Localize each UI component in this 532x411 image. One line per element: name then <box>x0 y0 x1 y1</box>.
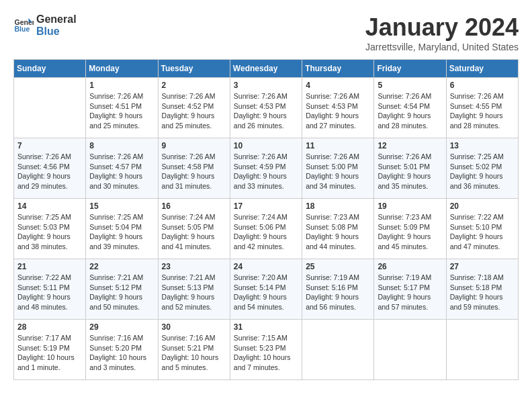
calendar-cell <box>14 78 86 138</box>
day-number: 11 <box>306 141 370 150</box>
calendar-cell: 9 Sunrise: 7:26 AM Sunset: 4:58 PM Dayli… <box>158 138 230 199</box>
daylight: Daylight: 9 hours and 27 minutes. <box>306 111 370 130</box>
day-info: Sunrise: 7:26 AM Sunset: 4:51 PM Dayligh… <box>89 91 154 131</box>
day-info: Sunrise: 7:23 AM Sunset: 5:09 PM Dayligh… <box>378 212 442 252</box>
calendar-cell: 30 Sunrise: 7:16 AM Sunset: 5:21 PM Dayl… <box>158 320 230 380</box>
day-number: 30 <box>162 322 226 332</box>
sunrise: Sunrise: 7:26 AM <box>162 152 226 162</box>
calendar-cell: 28 Sunrise: 7:17 AM Sunset: 5:19 PM Dayl… <box>14 320 86 380</box>
calendar-week-row: 21 Sunrise: 7:22 AM Sunset: 5:11 PM Dayl… <box>14 259 519 320</box>
calendar-cell: 7 Sunrise: 7:26 AM Sunset: 4:56 PM Dayli… <box>14 138 86 199</box>
sunrise: Sunrise: 7:18 AM <box>450 273 515 283</box>
calendar-cell: 18 Sunrise: 7:23 AM Sunset: 5:08 PM Dayl… <box>302 199 374 259</box>
calendar-week-row: 14 Sunrise: 7:25 AM Sunset: 5:03 PM Dayl… <box>14 199 519 259</box>
calendar-cell: 2 Sunrise: 7:26 AM Sunset: 4:52 PM Dayli… <box>158 78 230 138</box>
calendar-cell: 24 Sunrise: 7:20 AM Sunset: 5:14 PM Dayl… <box>230 259 302 320</box>
day-info: Sunrise: 7:22 AM Sunset: 5:11 PM Dayligh… <box>17 273 82 312</box>
sunrise: Sunrise: 7:19 AM <box>378 273 442 283</box>
day-number: 23 <box>162 262 226 271</box>
daylight: Daylight: 9 hours and 29 minutes. <box>17 171 82 191</box>
daylight: Daylight: 10 hours and 5 minutes. <box>162 353 226 372</box>
sunrise: Sunrise: 7:23 AM <box>378 212 442 222</box>
day-number: 24 <box>234 262 298 271</box>
calendar-cell: 22 Sunrise: 7:21 AM Sunset: 5:12 PM Dayl… <box>86 259 158 320</box>
calendar-header-saturday: Saturday <box>446 60 518 78</box>
sunrise: Sunrise: 7:26 AM <box>306 91 370 101</box>
calendar-cell: 5 Sunrise: 7:26 AM Sunset: 4:54 PM Dayli… <box>374 78 446 138</box>
day-number: 2 <box>162 81 226 90</box>
sunset: Sunset: 5:04 PM <box>89 222 154 232</box>
calendar-cell: 6 Sunrise: 7:26 AM Sunset: 4:55 PM Dayli… <box>446 78 518 138</box>
sunrise: Sunrise: 7:26 AM <box>378 91 442 101</box>
day-info: Sunrise: 7:16 AM Sunset: 5:21 PM Dayligh… <box>162 333 226 373</box>
sunrise: Sunrise: 7:22 AM <box>450 212 515 222</box>
daylight: Daylight: 9 hours and 44 minutes. <box>306 232 370 251</box>
day-number: 31 <box>234 322 298 332</box>
day-info: Sunrise: 7:16 AM Sunset: 5:20 PM Dayligh… <box>89 333 154 373</box>
calendar-cell: 14 Sunrise: 7:25 AM Sunset: 5:03 PM Dayl… <box>14 199 86 259</box>
daylight: Daylight: 9 hours and 41 minutes. <box>162 232 226 251</box>
daylight: Daylight: 9 hours and 36 minutes. <box>450 171 515 191</box>
sunset: Sunset: 4:53 PM <box>234 101 298 111</box>
day-info: Sunrise: 7:22 AM Sunset: 5:10 PM Dayligh… <box>450 212 515 252</box>
day-number: 7 <box>17 141 82 150</box>
calendar-cell: 31 Sunrise: 7:15 AM Sunset: 5:23 PM Dayl… <box>230 320 302 380</box>
logo-icon: General Blue <box>13 15 34 36</box>
day-info: Sunrise: 7:26 AM Sunset: 4:59 PM Dayligh… <box>234 152 298 191</box>
daylight: Daylight: 10 hours and 7 minutes. <box>234 353 298 372</box>
sunrise: Sunrise: 7:26 AM <box>17 152 82 162</box>
sunset: Sunset: 5:09 PM <box>378 222 442 232</box>
title-section: January 2024 Jarrettsville, Maryland, Un… <box>365 13 519 52</box>
sunrise: Sunrise: 7:24 AM <box>234 212 298 222</box>
daylight: Daylight: 10 hours and 1 minute. <box>17 353 82 372</box>
day-number: 1 <box>89 81 154 90</box>
sunset: Sunset: 5:21 PM <box>162 343 226 353</box>
calendar-cell: 25 Sunrise: 7:19 AM Sunset: 5:16 PM Dayl… <box>302 259 374 320</box>
sunrise: Sunrise: 7:26 AM <box>234 91 298 101</box>
sunset: Sunset: 4:51 PM <box>89 101 154 111</box>
day-info: Sunrise: 7:26 AM Sunset: 4:56 PM Dayligh… <box>17 152 82 191</box>
sunset: Sunset: 5:23 PM <box>234 343 298 353</box>
sunrise: Sunrise: 7:20 AM <box>234 273 298 283</box>
daylight: Daylight: 9 hours and 47 minutes. <box>450 232 515 251</box>
daylight: Daylight: 9 hours and 54 minutes. <box>234 292 298 312</box>
calendar-header-friday: Friday <box>374 60 446 78</box>
daylight: Daylight: 9 hours and 57 minutes. <box>378 292 442 312</box>
sunset: Sunset: 5:19 PM <box>17 343 82 353</box>
page-header: General Blue General Blue January 2024 J… <box>13 13 519 52</box>
calendar-cell: 12 Sunrise: 7:26 AM Sunset: 5:01 PM Dayl… <box>374 138 446 199</box>
day-info: Sunrise: 7:25 AM Sunset: 5:03 PM Dayligh… <box>17 212 82 252</box>
day-number: 22 <box>89 262 154 271</box>
day-info: Sunrise: 7:21 AM Sunset: 5:13 PM Dayligh… <box>162 273 226 312</box>
sunrise: Sunrise: 7:19 AM <box>306 273 370 283</box>
day-info: Sunrise: 7:18 AM Sunset: 5:18 PM Dayligh… <box>450 273 515 312</box>
calendar-cell: 4 Sunrise: 7:26 AM Sunset: 4:53 PM Dayli… <box>302 78 374 138</box>
calendar-header-tuesday: Tuesday <box>158 60 230 78</box>
calendar-cell: 21 Sunrise: 7:22 AM Sunset: 5:11 PM Dayl… <box>14 259 86 320</box>
sunset: Sunset: 5:18 PM <box>450 283 515 293</box>
sunrise: Sunrise: 7:25 AM <box>450 152 515 162</box>
calendar-cell: 15 Sunrise: 7:25 AM Sunset: 5:04 PM Dayl… <box>86 199 158 259</box>
day-number: 29 <box>89 322 154 332</box>
sunrise: Sunrise: 7:17 AM <box>17 333 82 343</box>
sunset: Sunset: 5:10 PM <box>450 222 515 232</box>
day-info: Sunrise: 7:26 AM Sunset: 4:54 PM Dayligh… <box>378 91 442 131</box>
calendar-cell: 16 Sunrise: 7:24 AM Sunset: 5:05 PM Dayl… <box>158 199 230 259</box>
svg-text:Blue: Blue <box>15 25 30 33</box>
calendar-cell: 20 Sunrise: 7:22 AM Sunset: 5:10 PM Dayl… <box>446 199 518 259</box>
sunset: Sunset: 4:58 PM <box>162 162 226 172</box>
sunset: Sunset: 5:17 PM <box>378 283 442 293</box>
sunrise: Sunrise: 7:26 AM <box>450 91 515 101</box>
day-info: Sunrise: 7:19 AM Sunset: 5:17 PM Dayligh… <box>378 273 442 312</box>
sunset: Sunset: 4:54 PM <box>378 101 442 111</box>
day-info: Sunrise: 7:26 AM Sunset: 4:53 PM Dayligh… <box>306 91 370 131</box>
location: Jarrettsville, Maryland, United States <box>365 42 519 52</box>
logo-text-general: General <box>36 13 77 26</box>
day-info: Sunrise: 7:26 AM Sunset: 4:55 PM Dayligh… <box>450 91 515 131</box>
day-info: Sunrise: 7:20 AM Sunset: 5:14 PM Dayligh… <box>234 273 298 312</box>
day-info: Sunrise: 7:15 AM Sunset: 5:23 PM Dayligh… <box>234 333 298 373</box>
sunrise: Sunrise: 7:26 AM <box>234 152 298 162</box>
calendar-cell <box>302 320 374 380</box>
calendar-header-row: SundayMondayTuesdayWednesdayThursdayFrid… <box>14 60 519 78</box>
day-info: Sunrise: 7:25 AM Sunset: 5:04 PM Dayligh… <box>89 212 154 252</box>
